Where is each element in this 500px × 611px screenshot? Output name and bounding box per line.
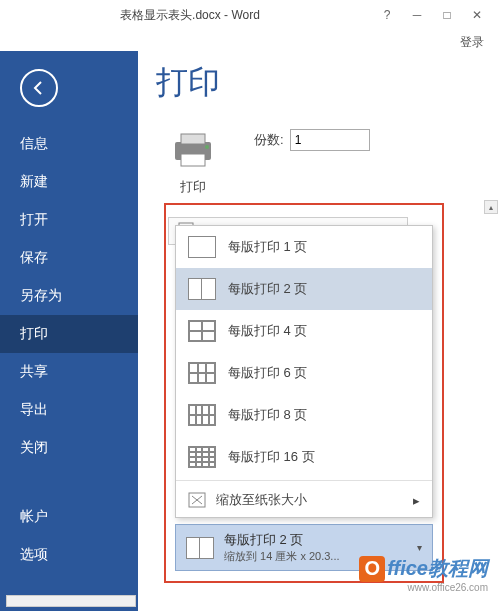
backstage-sidebar: 信息 新建 打开 保存 另存为 打印 共享 导出 关闭 帐户 选项 [0,51,138,611]
print-button[interactable]: 打印 [156,123,230,203]
layout-icon-2 [186,537,214,559]
menu-label: 每版打印 2 页 [228,280,307,298]
sidebar-item-export[interactable]: 导出 [0,391,138,429]
svg-rect-2 [181,154,205,166]
submenu-arrow-icon: ▸ [413,493,420,508]
sidebar-item-print[interactable]: 打印 [0,315,138,353]
menu-label: 每版打印 6 页 [228,364,307,382]
layout-icon-6 [188,362,216,384]
sidebar-item-info[interactable]: 信息 [0,125,138,163]
layout-icon-8 [188,404,216,426]
sidebar-item-options[interactable]: 选项 [0,536,138,574]
copies-input[interactable] [290,129,370,151]
layout-icon-16 [188,446,216,468]
scale-icon [188,492,206,508]
menu-item-6-pages[interactable]: 每版打印 6 页 [176,352,432,394]
window-title: 表格显示表头.docx - Word [8,7,372,24]
print-button-label: 打印 [169,178,217,196]
help-button[interactable]: ? [372,5,402,25]
menu-separator [176,480,432,481]
layout-icon-2 [188,278,216,300]
close-button[interactable]: ✕ [462,5,492,25]
scroll-up-button[interactable]: ▴ [484,200,498,214]
sidebar-item-share[interactable]: 共享 [0,353,138,391]
layout-icon-1 [188,236,216,258]
menu-label: 每版打印 4 页 [228,322,307,340]
menu-item-8-pages[interactable]: 每版打印 8 页 [176,394,432,436]
titlebar: 表格显示表头.docx - Word ? ─ □ ✕ [0,0,500,30]
menu-label: 每版打印 1 页 [228,238,307,256]
watermark-logo: O [359,556,385,582]
page-title: 打印 [156,61,488,105]
sidebar-item-open[interactable]: 打开 [0,201,138,239]
menu-item-scale-to-paper[interactable]: 缩放至纸张大小 ▸ [176,483,432,517]
sidebar-item-saveas[interactable]: 另存为 [0,277,138,315]
chevron-down-icon: ▾ [417,542,422,553]
horizontal-scrollbar[interactable] [6,595,136,607]
sidebar-item-save[interactable]: 保存 [0,239,138,277]
window-controls: ? ─ □ ✕ [372,5,492,25]
vertical-scrollbar[interactable]: ▴ [484,200,498,540]
svg-point-3 [205,145,209,149]
maximize-button[interactable]: □ [432,5,462,25]
printer-icon [169,130,217,170]
watermark: Office教程网 www.office26.com [359,555,488,593]
menu-label: 每版打印 8 页 [228,406,307,424]
menu-item-4-pages[interactable]: 每版打印 4 页 [176,310,432,352]
login-link[interactable]: 登录 [0,30,500,51]
layout-icon-4 [188,320,216,342]
pages-per-sheet-menu: 每版打印 1 页 每版打印 2 页 每版打印 4 页 每版打印 6 页 每版打印… [175,225,433,518]
sidebar-item-close[interactable]: 关闭 [0,429,138,467]
menu-item-1-page[interactable]: 每版打印 1 页 [176,226,432,268]
menu-label: 每版打印 16 页 [228,448,315,466]
scale-label: 缩放至纸张大小 [216,491,307,509]
back-button[interactable] [20,69,58,107]
svg-rect-1 [181,134,205,144]
sidebar-item-account[interactable]: 帐户 [0,498,138,536]
menu-item-16-pages[interactable]: 每版打印 16 页 [176,436,432,478]
watermark-url: www.office26.com [359,582,488,593]
minimize-button[interactable]: ─ [402,5,432,25]
menu-item-2-pages[interactable]: 每版打印 2 页 [176,268,432,310]
watermark-text: ffice教程网 [387,557,488,579]
selected-title: 每版打印 2 页 [224,531,407,549]
sidebar-item-new[interactable]: 新建 [0,163,138,201]
copies-label: 份数: [254,131,284,149]
